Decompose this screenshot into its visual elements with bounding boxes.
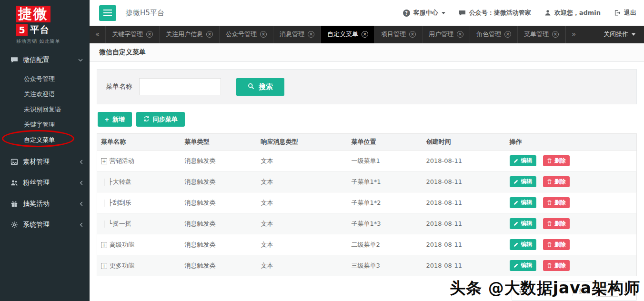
- sidebar-item-official-account[interactable]: 公众号管理: [0, 71, 90, 87]
- edit-button[interactable]: 编辑: [510, 239, 536, 250]
- edit-icon: [513, 200, 519, 205]
- tab-official-account[interactable]: 公众号管理×: [220, 26, 273, 43]
- delete-button[interactable]: 删除: [543, 260, 570, 271]
- delete-button[interactable]: 删除: [543, 176, 570, 187]
- menu-name-input[interactable]: [139, 78, 221, 95]
- sidebar-item-welcome-message[interactable]: 关注欢迎语: [0, 87, 90, 102]
- edit-button[interactable]: 编辑: [510, 218, 536, 229]
- search-button[interactable]: 搜索: [236, 78, 284, 96]
- search-icon: [248, 83, 254, 91]
- trash-icon: [547, 221, 552, 226]
- tab-message-management[interactable]: 消息管理×: [273, 26, 321, 43]
- add-button[interactable]: + 新增: [98, 112, 132, 127]
- trash-icon: [547, 179, 552, 184]
- close-operations-dropdown[interactable]: 关闭操作: [595, 26, 644, 43]
- comment-icon: [459, 10, 466, 17]
- lottery-icon: [10, 200, 18, 208]
- sync-menu-button[interactable]: 同步菜单: [136, 112, 185, 127]
- delete-button[interactable]: 删除: [543, 218, 570, 229]
- edit-icon: [513, 158, 519, 163]
- edit-button[interactable]: 编辑: [510, 260, 536, 271]
- tab-role-management[interactable]: 角色管理×: [470, 26, 518, 43]
- edit-icon: [513, 179, 519, 184]
- sidebar: 捷微 5 平台 移动营销 如此简单 微信配置 公众号管理 关注欢迎语 未识别回复…: [0, 0, 90, 301]
- expand-icon[interactable]: +: [101, 263, 107, 269]
- tab-close-icon[interactable]: ×: [146, 31, 153, 38]
- tab-close-icon[interactable]: ×: [308, 31, 314, 38]
- system-gear-icon: [10, 221, 18, 229]
- tab-close-icon[interactable]: ×: [552, 31, 559, 38]
- tab-bar: « 关键字管理× 关注用户信息× 公众号管理× 消息管理× 自定义菜单× 项目管…: [90, 26, 644, 43]
- edit-icon: [513, 263, 519, 268]
- service-center-menu[interactable]: ? 客服中心: [403, 9, 445, 17]
- app-title: 捷微H5平台: [126, 9, 164, 18]
- sidebar-section-fans[interactable]: 粉丝管理: [0, 172, 90, 193]
- user-welcome[interactable]: 欢迎您，admin: [544, 9, 601, 17]
- expand-icon[interactable]: +: [101, 158, 107, 164]
- tab-project-management[interactable]: 项目管理×: [375, 26, 423, 43]
- sidebar-section-wechat-config[interactable]: 微信配置: [0, 50, 90, 70]
- tab-user-management[interactable]: 用户管理×: [423, 26, 470, 43]
- user-icon: [544, 10, 551, 16]
- tab-close-icon[interactable]: ×: [260, 31, 267, 38]
- table-row: ├大转盘 消息触发类 文本 子菜单1*1 2018-08-11 编辑 删除: [97, 171, 637, 192]
- caret-down-icon: [632, 33, 635, 36]
- sidebar-section-label: 微信配置: [23, 56, 50, 64]
- official-account-info[interactable]: 公众号：捷微活动管家: [459, 9, 531, 17]
- logo-number: 5: [16, 24, 28, 36]
- sidebar-item-custom-menu[interactable]: 自定义菜单: [0, 132, 90, 148]
- expand-icon[interactable]: +: [101, 242, 107, 248]
- table-row: └摇一摇 消息触发类 文本 子菜单1*3 2018-08-11 编辑 删除: [97, 213, 637, 234]
- trash-icon: [547, 200, 552, 205]
- edit-button[interactable]: 编辑: [510, 155, 536, 166]
- chevron-left-icon: [80, 181, 83, 185]
- tree-line: [104, 200, 104, 207]
- sidebar-section-label: 粉丝管理: [23, 179, 50, 187]
- tabs-scroll-right-icon[interactable]: »: [565, 26, 582, 43]
- table-header-row: 菜单名称 菜单类型 响应消息类型 菜单位置 创建时间 操作: [97, 134, 637, 150]
- tabs-scroll-left-icon[interactable]: «: [90, 26, 106, 43]
- logout-button[interactable]: 退出: [614, 9, 636, 17]
- tab-close-icon[interactable]: ×: [409, 31, 416, 38]
- tab-close-icon[interactable]: ×: [206, 31, 213, 38]
- delete-button[interactable]: 删除: [543, 239, 570, 250]
- hamburger-icon: [103, 10, 112, 10]
- wechat-config-icon: [10, 56, 18, 64]
- delete-button[interactable]: 删除: [543, 197, 570, 208]
- tab-menu-management[interactable]: 菜单管理×: [518, 26, 565, 43]
- plus-icon: +: [105, 116, 109, 123]
- tree-branch-icon: ├: [109, 199, 112, 206]
- chevron-left-icon: [80, 222, 83, 227]
- sync-icon: [143, 116, 150, 123]
- fans-icon: [10, 179, 18, 187]
- sidebar-section-label: 抽奖活动: [23, 200, 50, 208]
- sidebar-section-lottery[interactable]: 抽奖活动: [0, 193, 90, 214]
- logo-brand: 捷微: [16, 6, 50, 22]
- tree-branch-icon: └: [109, 220, 112, 227]
- tab-follow-user-info[interactable]: 关注用户信息×: [160, 26, 220, 43]
- tab-close-icon[interactable]: ×: [362, 31, 368, 38]
- logo-suffix: 平台: [30, 24, 50, 36]
- table-row: +更多功能 消息触发类 文本 三级菜单3 2018-08-11 编辑 删除: [97, 255, 637, 276]
- menu-name-label: 菜单名称: [106, 82, 132, 91]
- edit-icon: [513, 221, 519, 226]
- tab-close-icon[interactable]: ×: [504, 31, 511, 38]
- tab-close-icon[interactable]: ×: [457, 31, 463, 38]
- trash-icon: [547, 158, 552, 163]
- sidebar-section-system[interactable]: 系统管理: [0, 214, 90, 235]
- edit-button[interactable]: 编辑: [510, 176, 536, 187]
- app-root: 捷微 5 平台 移动营销 如此简单 微信配置 公众号管理 关注欢迎语 未识别回复…: [0, 0, 644, 301]
- tree-line: [104, 221, 104, 228]
- trash-icon: [547, 242, 552, 247]
- sidebar-section-material[interactable]: 素材管理: [0, 151, 90, 172]
- page-title: 微信自定义菜单: [90, 43, 644, 62]
- sidebar-item-keyword-management[interactable]: 关键字管理: [0, 117, 90, 132]
- delete-button[interactable]: 删除: [543, 155, 570, 166]
- main-area: 捷微H5平台 ? 客服中心 公众号：捷微活动管家 欢迎: [90, 0, 644, 301]
- tab-custom-menu[interactable]: 自定义菜单×: [321, 26, 375, 43]
- tab-keyword-management[interactable]: 关键字管理×: [106, 26, 160, 43]
- sidebar-toggle-button[interactable]: [99, 5, 116, 21]
- edit-button[interactable]: 编辑: [510, 197, 536, 208]
- sidebar-item-unrecognized-reply[interactable]: 未识别回复语: [0, 102, 90, 117]
- material-icon: [10, 158, 18, 166]
